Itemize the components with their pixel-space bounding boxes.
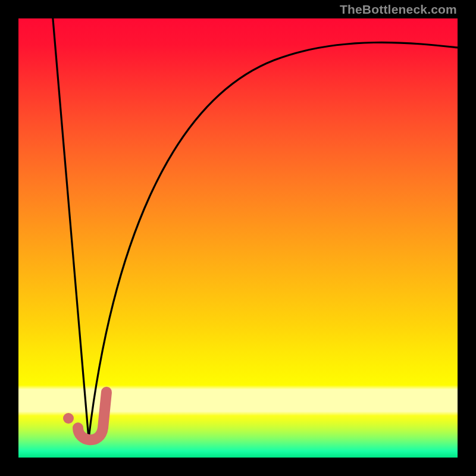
chart-frame: TheBottleneck.com [0,0,476,476]
svg-point-1 [63,413,74,424]
bottleneck-curve [18,18,458,458]
plot-area [18,18,458,458]
watermark-text: TheBottleneck.com [340,2,457,17]
